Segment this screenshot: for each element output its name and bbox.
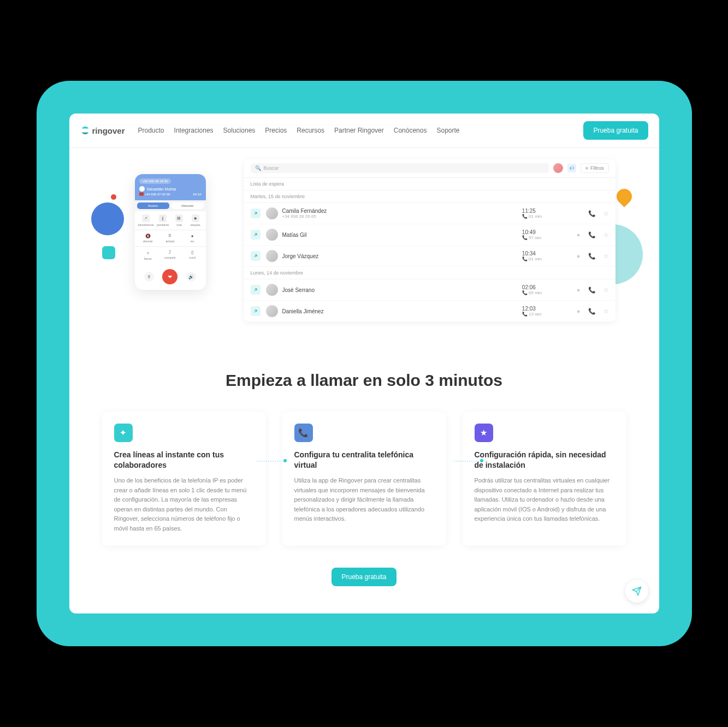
card-title: Configuración rápida, sin necesidad de i…: [475, 450, 614, 470]
caller-name: Camila Fernández: [282, 208, 327, 214]
action-tag[interactable]: ◆etiqueta: [188, 214, 203, 227]
nav-soporte[interactable]: Soporte: [436, 127, 459, 134]
logo-icon: [80, 126, 90, 135]
star-icon[interactable]: ☆: [603, 231, 609, 239]
call-back-icon[interactable]: 📞: [588, 231, 596, 239]
control-share[interactable]: ⤴compartir: [160, 250, 180, 260]
call-direction-icon: [251, 285, 261, 295]
nav-recursos[interactable]: Recursos: [297, 127, 324, 134]
phone-caller-text: Sebastián Molina: [147, 187, 176, 191]
nav-integraciones[interactable]: Integraciones: [174, 127, 214, 134]
brand-text: ringover: [92, 126, 125, 135]
card-description: Podrás utilizar tus centralitas virtuale…: [475, 476, 614, 524]
control-call[interactable]: ＋llamar: [138, 250, 158, 260]
call-row[interactable]: Jorge Vázquez10:34📞 01 min●📞☆: [244, 246, 615, 267]
phone-number-row: +34 936 07 09 09 04:10: [139, 193, 202, 196]
phone-tabs: Acción Historial: [135, 200, 206, 211]
action-hold[interactable]: ‖pendiente: [156, 214, 170, 227]
control-rec[interactable]: ●rec: [182, 234, 203, 243]
call-actions: ●📞☆: [577, 231, 609, 239]
call-back-icon[interactable]: 📞: [588, 210, 596, 217]
trial-button[interactable]: Prueba gratuita: [583, 121, 648, 140]
card-title: Configura tu centralita telefónica virtu…: [294, 450, 434, 470]
tag-filter-icon[interactable]: 🏷: [567, 164, 576, 172]
speaker-button[interactable]: 🔊: [186, 272, 196, 282]
call-direction-icon: [251, 230, 261, 240]
call-direction-icon: [251, 208, 261, 218]
star-icon[interactable]: ☆: [603, 308, 609, 315]
phone-header: +34 000 36 18 50 Sebastián Molina +34 93…: [135, 174, 206, 200]
control-mute[interactable]: 🔇silenciar: [138, 234, 158, 243]
call-row[interactable]: José Serrano02:06📞 05 min●📞☆: [244, 279, 615, 301]
decoration-orange: [613, 186, 635, 208]
call-back-icon[interactable]: 📞: [588, 308, 596, 315]
decoration-dot: [111, 194, 116, 200]
nav-soluciones[interactable]: Soluciones: [223, 127, 256, 134]
page-container: ringover Producto Integraciones Solucion…: [69, 114, 659, 613]
nav-conocenos[interactable]: Conócenos: [394, 127, 427, 134]
tab-accion[interactable]: Acción: [137, 202, 169, 209]
call-time: 12:03📞 13 sec: [522, 306, 571, 317]
status-dot-icon: ●: [577, 308, 581, 314]
call-time: 10:49📞 57 sec: [522, 229, 571, 240]
logo[interactable]: ringover: [80, 126, 125, 135]
caller-name: José Serrano: [282, 287, 315, 293]
header: ringover Producto Integraciones Solucion…: [69, 114, 659, 148]
filter-icon: ≡: [585, 165, 588, 171]
caller-avatar: [266, 305, 278, 317]
search-icon: 🔍: [255, 165, 261, 171]
phone-actions-row1: ↗transferencia ‖pendiente ▤nota ◆etiquet…: [135, 211, 206, 230]
call-actions: ●📞☆: [577, 308, 609, 315]
star-icon[interactable]: ☆: [603, 287, 609, 294]
waitlist-label: Lista de espera: [244, 178, 615, 190]
call-direction-icon: [251, 306, 261, 316]
call-row[interactable]: Matías Gil10:49📞 57 sec●📞☆: [244, 224, 615, 246]
mic-button[interactable]: 🎙: [144, 272, 154, 282]
click-icon: ✦: [114, 424, 133, 442]
nav-precios[interactable]: Precios: [265, 127, 287, 134]
trial-button-bottom[interactable]: Prueba gratuita: [332, 568, 396, 586]
end-call-button[interactable]: ⏷: [162, 269, 177, 284]
feature-cards: ✦ Crea líneas al instante con tus colabo…: [69, 412, 659, 567]
status-dot-icon: ●: [577, 287, 581, 293]
user-avatar[interactable]: [553, 163, 563, 173]
call-person: Matías Gil: [266, 229, 517, 241]
call-actions: ●📞☆: [577, 287, 609, 294]
scroll-top-button[interactable]: [625, 580, 648, 603]
phone-timer: 04:10: [193, 193, 201, 196]
caller-avatar: [266, 207, 278, 219]
tab-historial[interactable]: Historial: [171, 202, 204, 209]
action-transfer[interactable]: ↗transferencia: [138, 214, 154, 227]
caller-avatar: [266, 250, 278, 262]
status-dot-icon: ●: [577, 231, 581, 238]
connector-line: [454, 461, 481, 462]
star-icon[interactable]: ☆: [603, 253, 609, 260]
control-keypad[interactable]: ⠿teclado: [160, 234, 180, 243]
call-back-icon[interactable]: 📞: [588, 287, 596, 294]
call-actions: ●📞☆: [577, 253, 609, 260]
decoration-circle: [91, 202, 124, 235]
card-description: Uno de los beneficios de la telefonía IP…: [114, 476, 254, 534]
search-input[interactable]: 🔍 Buscar: [251, 163, 549, 173]
call-duration: 📞 13 sec: [522, 312, 571, 317]
nav-producto[interactable]: Producto: [138, 127, 164, 134]
star-icon[interactable]: ☆: [603, 210, 609, 217]
call-direction-icon: [251, 251, 261, 261]
phone-caller-name: Sebastián Molina: [139, 186, 202, 192]
call-row[interactable]: Camila Fernández+34 936 26 20 6511:25📞 0…: [244, 203, 615, 224]
call-back-icon[interactable]: 📞: [588, 253, 596, 260]
phone-avatar: [139, 186, 145, 192]
caller-avatar: [266, 229, 278, 241]
flag-icon: [139, 193, 144, 195]
call-row[interactable]: Daniella Jiménez12:03📞 13 sec●📞☆: [244, 301, 615, 322]
call-time: 02:06📞 05 min: [522, 284, 571, 295]
filters-button[interactable]: ≡ Filtros: [581, 163, 609, 173]
phone-bottom-bar: 🎙 ⏷ 🔊: [135, 264, 206, 290]
call-person: Daniella Jiménez: [266, 305, 517, 317]
call-duration: 📞 05 min: [522, 290, 571, 295]
nav-partner[interactable]: Partner Ringover: [334, 127, 384, 134]
control-mobile[interactable]: ▯móvil: [182, 250, 203, 260]
action-note[interactable]: ▤nota: [172, 214, 186, 227]
call-log-header: 🔍 Buscar 🏷 ≡ Filtros: [244, 159, 615, 178]
caller-avatar: [266, 284, 278, 296]
